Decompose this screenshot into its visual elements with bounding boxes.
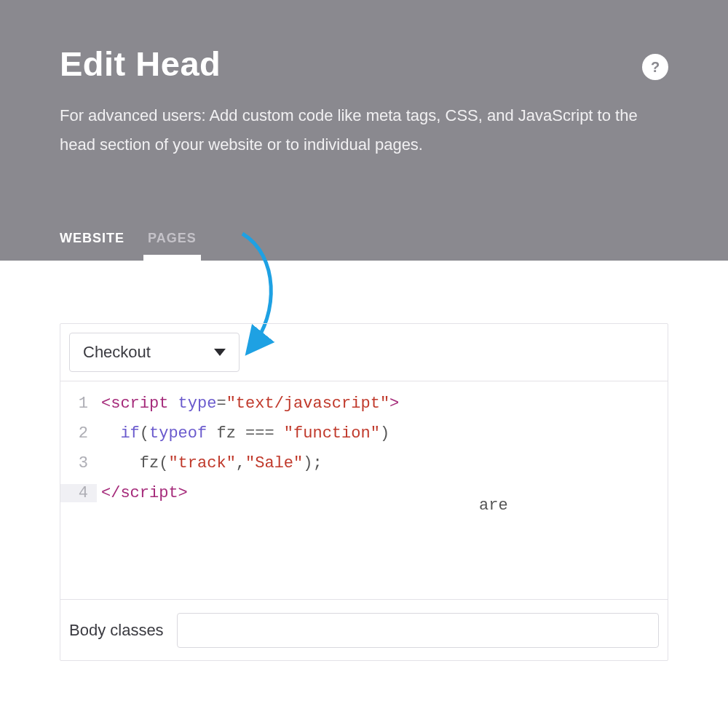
code-text: <script type="text/javascript"> <box>97 395 399 413</box>
header: Edit Head ? For advanced users: Add cust… <box>0 0 728 261</box>
line-number: 1 <box>60 395 97 413</box>
tab-pages[interactable]: PAGES <box>148 231 197 261</box>
panel-top: Checkout <box>60 324 668 381</box>
code-line: 1 <script type="text/javascript"> <box>60 389 668 419</box>
code-editor[interactable]: 1 <script type="text/javascript"> 2 if(t… <box>60 381 668 599</box>
body-classes-input[interactable] <box>177 613 659 648</box>
code-text: fz("track","Sale"); <box>97 454 323 472</box>
code-text: if(typeof fz === "function") <box>97 424 389 443</box>
tabs: WEBSITE PAGES <box>60 231 197 261</box>
line-number: 4 <box>60 484 97 502</box>
code-line: 3 fz("track","Sale"); <box>60 448 668 478</box>
line-number: 2 <box>60 424 97 443</box>
editor-panel: Checkout 1 <script type="text/javascript… <box>60 323 668 661</box>
body-classes-label: Body classes <box>69 621 164 640</box>
code-line: 4 </script> <box>60 478 668 508</box>
page-title: Edit Head <box>60 44 221 84</box>
code-text: </script> <box>97 484 188 502</box>
help-icon-label: ? <box>651 59 660 76</box>
body-classes-row: Body classes <box>60 599 668 660</box>
page-selector-label: Checkout <box>83 343 151 362</box>
chevron-down-icon <box>214 349 226 356</box>
page-selector[interactable]: Checkout <box>69 333 240 372</box>
tab-website[interactable]: WEBSITE <box>60 231 124 261</box>
code-line: 2 if(typeof fz === "function") <box>60 419 668 448</box>
content: Checkout 1 <script type="text/javascript… <box>0 261 728 661</box>
line-number: 3 <box>60 454 97 472</box>
stray-text: are <box>479 496 508 515</box>
help-icon[interactable]: ? <box>642 54 668 80</box>
page-subtitle: For advanced users: Add custom code like… <box>60 101 664 159</box>
title-row: Edit Head ? <box>60 44 668 84</box>
